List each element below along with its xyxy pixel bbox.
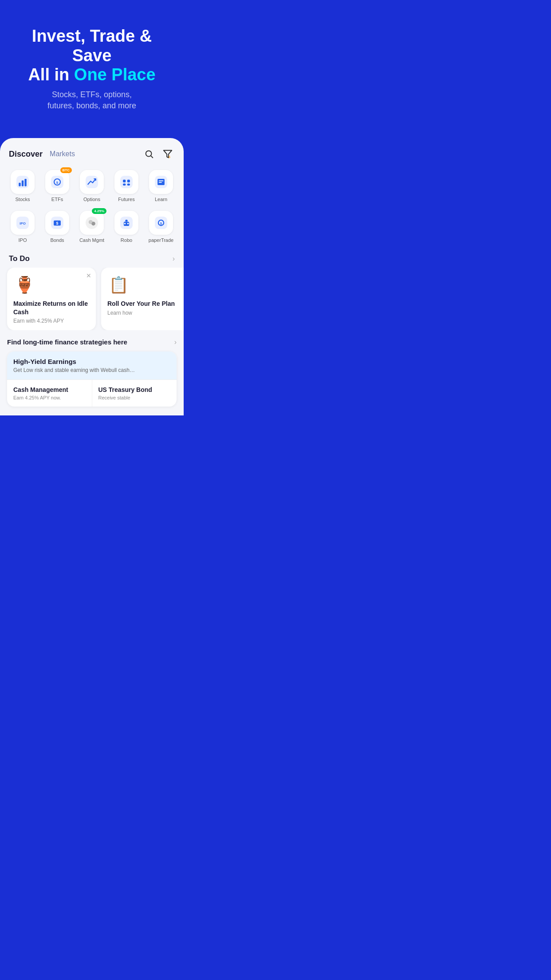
todo-chevron[interactable]: ›: [173, 255, 175, 263]
icon-item-learn[interactable]: Learn: [146, 170, 177, 202]
ipo-icon-circle: IPO: [11, 211, 35, 235]
stocks-label: Stocks: [15, 197, 30, 202]
svg-rect-16: [127, 184, 130, 186]
todo-card-ira: 📋 Roll Over Your Re Plan Learn how: [101, 268, 184, 330]
etfs-icon-circle: BTC $: [45, 170, 69, 194]
strategy-item-cash[interactable]: Cash Management Earn 4.25% APY now.: [7, 380, 92, 407]
idle-cash-title: Maximize Returns on Idle Cash: [13, 300, 90, 316]
svg-rect-12: [120, 176, 133, 188]
robo-label: Robo: [121, 237, 132, 243]
cashmgmt-icon-circle: 4.25%: [80, 211, 104, 235]
svg-rect-32: [125, 220, 127, 221]
svg-rect-15: [123, 184, 126, 186]
strategy-items-row: Cash Management Earn 4.25% APY now. US T…: [7, 380, 177, 407]
strategies-card: High-Yield Earnings Get Low risk and sta…: [7, 352, 177, 407]
hero-subtitle: Stocks, ETFs, options,futures, bonds, an…: [13, 89, 170, 111]
learn-label: Learn: [155, 197, 167, 202]
strategies-section: Find long-time finance strategies here ›…: [0, 338, 184, 407]
options-icon-circle: [80, 170, 104, 194]
svg-text:$: $: [160, 221, 162, 225]
search-button[interactable]: [142, 147, 156, 161]
tab-icons: $: [142, 147, 175, 161]
cashmgmt-label: Cash Mgmt: [79, 237, 104, 243]
strategy-highlight-title: High-Yield Earnings: [13, 358, 170, 365]
strategy-highlight-subtitle: Get Low risk and stable earning with Web…: [13, 367, 170, 373]
svg-rect-14: [127, 180, 130, 182]
icon-item-cashmgmt[interactable]: 4.25% Cash Mgmt: [76, 211, 107, 243]
ipo-label: IPO: [19, 237, 27, 243]
hero-section: Invest, Trade & Save All in One Place St…: [0, 0, 184, 125]
etfs-label: ETFs: [51, 197, 63, 202]
todo-header: To Do ›: [0, 247, 184, 268]
svg-rect-7: [24, 179, 26, 186]
todo-title: To Do: [9, 254, 30, 263]
todo-scroll: ✕ 🏺 Maximize Returns on Idle Cash Earn w…: [0, 268, 184, 330]
svg-rect-5: [19, 183, 20, 186]
btc-badge: BTC: [60, 167, 72, 173]
icon-item-stocks[interactable]: Stocks: [7, 170, 38, 202]
cash-mgmt-strategy-sub: Earn 4.25% APY now.: [13, 395, 86, 400]
svg-text:$: $: [169, 155, 170, 159]
papertrade-icon-circle: $: [149, 211, 173, 235]
svg-rect-13: [123, 180, 126, 182]
learn-icon-circle: [149, 170, 173, 194]
icon-grid-row1: Stocks BTC $ ETFs O: [0, 166, 184, 206]
svg-rect-19: [159, 181, 164, 182]
treasury-strategy-title: US Treasury Bond: [98, 386, 171, 393]
tab-markets[interactable]: Markets: [50, 150, 75, 158]
tab-discover[interactable]: Discover: [9, 150, 43, 159]
icon-item-futures[interactable]: Futures: [111, 170, 142, 202]
svg-point-29: [89, 221, 92, 224]
tab-bar: Discover Markets $: [0, 138, 184, 166]
hero-line1: Invest, Trade & Save: [32, 27, 152, 65]
hero-title: Invest, Trade & Save All in One Place: [13, 27, 170, 85]
todo-card-idle-cash: ✕ 🏺 Maximize Returns on Idle Cash Earn w…: [7, 268, 96, 330]
papertrade-label: paperTrade: [149, 237, 173, 243]
ira-icon: 📋: [107, 274, 130, 296]
idle-cash-subtitle: Earn with 4.25% APY: [13, 318, 90, 324]
futures-label: Futures: [118, 197, 134, 202]
ira-subtitle: Learn how: [107, 310, 184, 316]
svg-text:$: $: [56, 181, 59, 185]
icon-item-bonds[interactable]: $ Bonds: [42, 211, 73, 243]
svg-point-34: [127, 223, 129, 225]
futures-icon-circle: [114, 170, 138, 194]
strategies-chevron[interactable]: ›: [174, 338, 177, 346]
svg-text:$: $: [56, 221, 59, 225]
idle-cash-icon: 🏺: [13, 274, 35, 296]
cash-mgmt-strategy-title: Cash Management: [13, 386, 86, 393]
svg-rect-20: [159, 182, 162, 183]
robo-icon-circle: [114, 211, 138, 235]
filter-button[interactable]: $: [161, 147, 175, 161]
main-card: Discover Markets $: [0, 138, 184, 415]
svg-line-1: [151, 156, 153, 158]
options-label: Options: [83, 197, 100, 202]
bonds-label: Bonds: [50, 237, 64, 243]
strategies-title: Find long-time finance strategies here: [7, 338, 127, 346]
apy-badge: 4.25%: [92, 208, 106, 214]
close-button-idle-cash[interactable]: ✕: [86, 272, 91, 279]
strategy-highlight[interactable]: High-Yield Earnings Get Low risk and sta…: [7, 352, 177, 380]
icon-item-options[interactable]: Options: [76, 170, 107, 202]
icon-item-papertrade[interactable]: $ paperTrade: [146, 211, 177, 243]
bonds-icon-circle: $: [45, 211, 69, 235]
svg-rect-6: [22, 181, 24, 186]
svg-text:IPO: IPO: [20, 221, 26, 225]
icon-item-robo[interactable]: Robo: [111, 211, 142, 243]
strategies-header: Find long-time finance strategies here ›: [7, 338, 177, 346]
ira-title: Roll Over Your Re Plan: [107, 300, 184, 308]
hero-line2-prefix: All in: [28, 65, 74, 84]
treasury-strategy-sub: Receive stable: [98, 395, 171, 400]
svg-marker-2: [164, 150, 172, 158]
icon-item-etfs[interactable]: BTC $ ETFs: [42, 170, 73, 202]
hero-line2-highlight: One Place: [74, 65, 156, 84]
icon-grid-row2: IPO IPO $ Bonds 4.25%: [0, 206, 184, 247]
strategy-item-treasury[interactable]: US Treasury Bond Receive stable: [92, 380, 177, 407]
icon-item-ipo[interactable]: IPO IPO: [7, 211, 38, 243]
svg-point-33: [124, 223, 126, 225]
stocks-icon-circle: [11, 170, 35, 194]
